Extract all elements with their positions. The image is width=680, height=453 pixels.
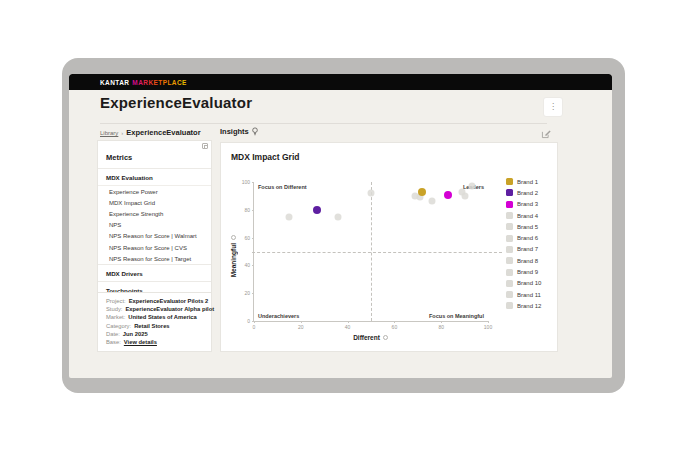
legend-label: Brand 1: [517, 179, 538, 185]
legend-label: Brand 3: [517, 201, 538, 207]
scatter-point[interactable]: [428, 198, 435, 205]
project-info-value: ExperienceEvaluator Alpha pilot: [125, 306, 214, 312]
breadcrumb-current: ExperienceEvaluator: [126, 128, 200, 137]
legend-label: Brand 7: [517, 246, 538, 252]
collapse-panel-icon[interactable]: [202, 143, 208, 149]
breadcrumb-library-link[interactable]: Library: [100, 130, 118, 136]
project-info-label: Category:: [106, 323, 131, 329]
x-axis-label: Different: [353, 334, 380, 341]
scatter-point[interactable]: [444, 191, 452, 199]
project-info-label: Project:: [106, 298, 126, 304]
legend-label: Brand 2: [517, 190, 538, 196]
scatter-point[interactable]: [286, 213, 293, 220]
legend-item: Brand 3: [506, 199, 541, 210]
project-info-value: Retail Stores: [134, 323, 169, 329]
edit-insights-icon[interactable]: [541, 129, 551, 139]
y-tick-mark: [252, 265, 254, 266]
x-axis-label-group: Different: [253, 334, 488, 341]
legend-item: Brand 10: [506, 278, 541, 289]
chart-legend: Brand 1Brand 2Brand 3Brand 4Brand 5Brand…: [506, 176, 541, 312]
scatter-point[interactable]: [368, 190, 375, 197]
scatter-point[interactable]: [418, 188, 426, 196]
project-info-label: Market:: [106, 314, 125, 320]
y-tick-label: 40: [244, 262, 250, 268]
view-details-link[interactable]: View details: [124, 339, 157, 345]
marketplace-letter: E: [182, 79, 187, 86]
x-tick-label: 20: [298, 324, 304, 330]
y-tick-label: 0: [247, 318, 250, 324]
project-info-label: Study:: [106, 306, 122, 312]
legend-swatch-icon: [506, 269, 513, 276]
legend-item: Brand 4: [506, 210, 541, 221]
legend-swatch-icon: [506, 246, 513, 253]
sidebar-item[interactable]: NPS Reason for Score | Target: [98, 253, 211, 264]
x-tick-label: 60: [392, 324, 398, 330]
y-tick-label: 20: [244, 290, 250, 296]
scatter-point[interactable]: [468, 183, 475, 190]
breadcrumb: Library › ExperienceEvaluator: [100, 128, 201, 137]
x-tick-mark: [488, 321, 489, 323]
legend-label: Brand 9: [517, 269, 538, 275]
sidebar-item[interactable]: NPS Reason for Score | CVS: [98, 242, 211, 253]
lightbulb-icon: [251, 127, 259, 136]
project-info-value: ExperienceEvaluator Pilots 2: [129, 298, 209, 304]
kantar-logo: KANTAR: [100, 79, 129, 86]
project-info-label: Base:: [106, 339, 121, 345]
metrics-panel: Metrics MDX EvaluationExperience PowerMD…: [97, 140, 212, 316]
sidebar-item[interactable]: NPS: [98, 220, 211, 231]
legend-item: Brand 6: [506, 232, 541, 243]
project-info-row: Project:ExperienceEvaluator Pilots 2: [106, 297, 203, 305]
sidebar-item[interactable]: Experience Power: [98, 186, 211, 197]
legend-label: Brand 5: [517, 224, 538, 230]
project-info-card: Project:ExperienceEvaluator Pilots 2Stud…: [97, 292, 212, 352]
y-tick-mark: [252, 210, 254, 211]
sidebar-section-header[interactable]: MDX Evaluation: [98, 169, 211, 186]
legend-item: Brand 8: [506, 255, 541, 266]
chart-card: MDX Impact Grid Meaningful Focus on Diff…: [220, 142, 558, 352]
x-tick-label: 0: [253, 324, 256, 330]
sidebar-item[interactable]: MDX Impact Grid: [98, 197, 211, 208]
sidebar-item[interactable]: NPS Reason for Score | Walmart: [98, 231, 211, 242]
info-icon-meaningful[interactable]: [231, 235, 236, 240]
scatter-point[interactable]: [313, 206, 321, 214]
y-tick-mark: [252, 238, 254, 239]
x-tick-label: 80: [438, 324, 444, 330]
legend-label: Brand 10: [517, 280, 541, 286]
project-info-value: United States of America: [128, 314, 196, 320]
legend-swatch-icon: [506, 212, 513, 219]
project-info-row: Category:Retail Stores: [106, 322, 203, 330]
x-tick-mark: [301, 321, 302, 323]
sidebar-section-header[interactable]: MDX Drivers: [98, 265, 211, 281]
legend-item: Brand 7: [506, 244, 541, 255]
header-divider: [100, 123, 547, 124]
x-tick-label: 100: [484, 324, 492, 330]
legend-swatch-icon: [506, 201, 513, 208]
y-tick-mark: [252, 182, 254, 183]
screenshot-canvas: KANTAR MARKETPLACE ExperienceEvaluator ⋮…: [0, 0, 680, 453]
info-icon-different[interactable]: [383, 335, 388, 340]
legend-item: Brand 9: [506, 266, 541, 277]
legend-label: Brand 8: [517, 258, 538, 264]
x-tick-label: 40: [345, 324, 351, 330]
legend-label: Brand 11: [517, 292, 541, 298]
legend-swatch-icon: [506, 280, 513, 287]
sidebar-item[interactable]: Experience Strength: [98, 208, 211, 219]
y-axis-label: Meaningful: [230, 243, 237, 277]
project-info-row: Study:ExperienceEvaluator Alpha pilot: [106, 305, 203, 313]
y-axis-label-group: Meaningful: [227, 235, 239, 277]
y-tick-label: 80: [244, 207, 250, 213]
metrics-panel-title: Metrics: [106, 153, 132, 162]
legend-label: Brand 12: [517, 303, 541, 309]
scatter-point[interactable]: [461, 192, 468, 199]
x-tick-mark: [441, 321, 442, 323]
quadrant-label-bottom-left: Underachievers: [258, 313, 299, 319]
reference-line-horizontal: [252, 252, 502, 253]
x-tick-mark: [394, 321, 395, 323]
more-options-button[interactable]: ⋮: [543, 97, 563, 117]
legend-item: Brand 2: [506, 187, 541, 198]
marketplace-wordmark: MARKETPLACE: [132, 79, 186, 86]
legend-swatch-icon: [506, 235, 513, 242]
top-bar: KANTAR MARKETPLACE: [69, 74, 612, 90]
scatter-point[interactable]: [335, 213, 342, 220]
project-info-row: Date:Jun 2025: [106, 330, 203, 338]
